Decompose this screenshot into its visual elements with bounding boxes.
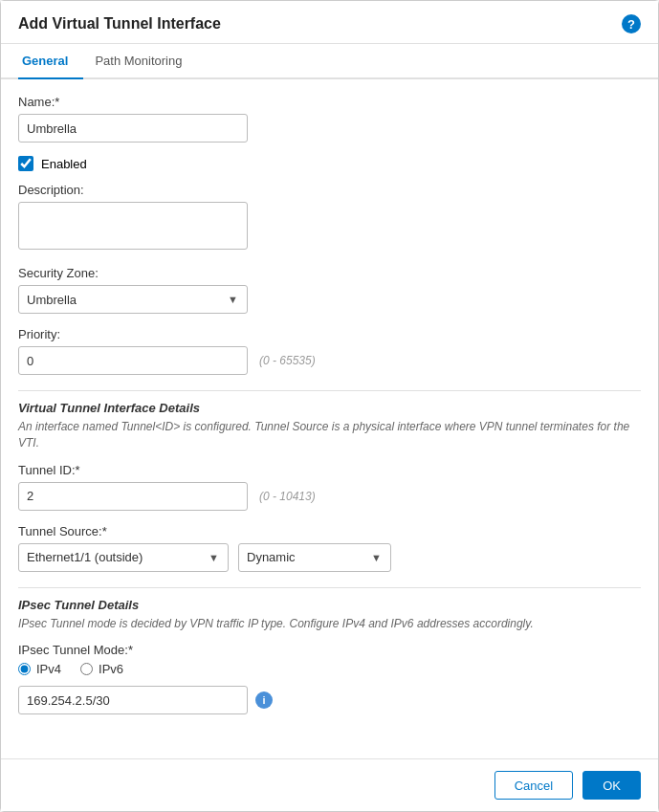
cancel-button[interactable]: Cancel [494, 771, 573, 800]
tunnel-id-input[interactable] [18, 482, 248, 511]
security-zone-select[interactable]: Umbrella [18, 285, 248, 314]
security-zone-select-wrapper: Umbrella ▼ [18, 285, 248, 314]
enabled-label: Enabled [41, 157, 87, 171]
ipsec-mode-radio-row: IPv4 IPv6 [18, 662, 641, 676]
tunnel-id-label: Tunnel ID:* [18, 463, 641, 477]
ipsec-section-title: IPsec Tunnel Details [18, 598, 641, 612]
vti-section: Virtual Tunnel Interface Details An inte… [18, 401, 641, 572]
dialog-footer: Cancel OK [1, 758, 658, 811]
priority-field-group: Priority: (0 - 65535) [18, 327, 641, 375]
description-input[interactable] [18, 202, 248, 250]
ipv6-radio[interactable] [80, 663, 93, 675]
section-divider-1 [18, 390, 641, 391]
ipv6-radio-label[interactable]: IPv6 [80, 662, 123, 676]
ipv4-label-text: IPv4 [36, 662, 61, 676]
tab-general[interactable]: General [18, 44, 83, 79]
ipsec-section-desc: IPsec Tunnel mode is decided by VPN traf… [18, 616, 641, 632]
ipv4-radio-label[interactable]: IPv4 [18, 662, 61, 676]
ip-input[interactable] [18, 686, 248, 714]
priority-label: Priority: [18, 327, 641, 341]
priority-input[interactable] [18, 346, 248, 375]
tunnel-source-label: Tunnel Source:* [18, 524, 641, 538]
tunnel-source-row: Ethernet1/1 (outside) ▼ Dynamic ▼ [18, 543, 641, 572]
priority-hint: (0 - 65535) [259, 354, 316, 367]
tunnel-source-select[interactable]: Ethernet1/1 (outside) [18, 543, 229, 572]
section-divider-2 [18, 587, 641, 588]
tunnel-id-field-group: Tunnel ID:* (0 - 10413) [18, 463, 641, 511]
dialog-body: Name:* Enabled Description: Security Zon… [1, 79, 658, 758]
tunnel-source-mode-select-wrapper: Dynamic ▼ [238, 543, 391, 572]
tunnel-id-row: (0 - 10413) [18, 482, 641, 511]
info-icon[interactable]: i [255, 691, 273, 709]
tunnel-source-select-wrapper: Ethernet1/1 (outside) ▼ [18, 543, 229, 572]
security-zone-label: Security Zone: [18, 266, 641, 280]
help-icon[interactable]: ? [622, 14, 641, 33]
vti-section-desc: An interface named Tunnel<ID> is configu… [18, 419, 641, 451]
dialog-title: Add Virtual Tunnel Interface [18, 15, 221, 33]
tunnel-id-hint: (0 - 10413) [259, 490, 316, 503]
enabled-row: Enabled [18, 156, 641, 171]
ipsec-tunnel-mode-label: IPsec Tunnel Mode:* [18, 643, 641, 657]
dialog-container: Add Virtual Tunnel Interface ? General P… [0, 0, 659, 812]
description-field-group: Description: [18, 183, 641, 252]
tab-path-monitoring[interactable]: Path Monitoring [91, 44, 197, 79]
security-zone-field-group: Security Zone: Umbrella ▼ [18, 266, 641, 314]
name-label: Name:* [18, 95, 641, 109]
description-label: Description: [18, 183, 641, 197]
ok-button[interactable]: OK [582, 771, 641, 800]
vti-section-title: Virtual Tunnel Interface Details [18, 401, 641, 415]
tunnel-source-field-group: Tunnel Source:* Ethernet1/1 (outside) ▼ … [18, 524, 641, 572]
name-input[interactable] [18, 114, 248, 143]
ip-row: i [18, 686, 641, 714]
tunnel-source-mode-select[interactable]: Dynamic [238, 543, 391, 572]
ipsec-section: IPsec Tunnel Details IPsec Tunnel mode i… [18, 598, 641, 715]
ipsec-tunnel-mode-field-group: IPsec Tunnel Mode:* IPv4 IPv6 i [18, 643, 641, 714]
priority-row: (0 - 65535) [18, 346, 641, 375]
dialog-header: Add Virtual Tunnel Interface ? [1, 1, 658, 44]
ipv6-label-text: IPv6 [99, 662, 123, 676]
name-field-group: Name:* [18, 95, 641, 143]
enabled-checkbox[interactable] [18, 156, 33, 171]
tab-bar: General Path Monitoring [1, 44, 658, 79]
ipv4-radio[interactable] [18, 663, 31, 675]
